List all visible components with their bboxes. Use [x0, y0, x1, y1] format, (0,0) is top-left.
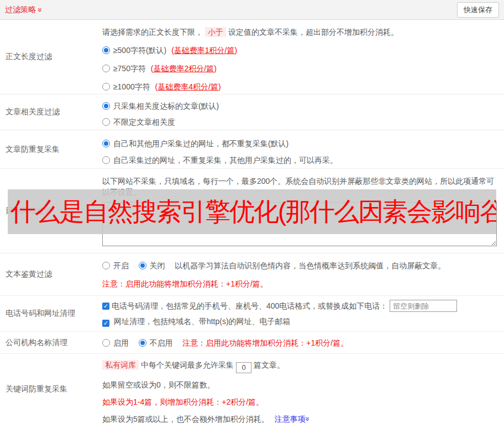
length-option-500: ≥500字符(默认) (基础费率1积分/篇)	[102, 45, 500, 56]
quick-save-button[interactable]: 快速保存	[457, 2, 499, 18]
option-label: 关闭	[150, 261, 165, 270]
header-bar: 过滤策略 » 快速保存	[0, 0, 504, 20]
option-label: 不限定文章相关度	[113, 118, 175, 126]
radio-relevance-strict[interactable]	[102, 102, 110, 110]
fee-note: (基础费率2积分/篇)	[151, 64, 217, 73]
section-label-keyword: 关键词防重复采集	[0, 354, 102, 424]
porn-desc: 以机器学习算法自动识别色情内容，当色情概率达到系统阈值，自动屏蔽文章。	[175, 261, 445, 270]
chevron-double-down-icon: »	[304, 417, 312, 421]
notes-link[interactable]: 注意事项»	[275, 415, 310, 423]
row-porn-filter: 文本鉴黄过滤 开启 关闭 以机器学习算法自动识别色情内容，当色情概率达到系统阈值…	[0, 253, 504, 296]
watermark-overlay: 什么是自然搜索引擎优化(那什么因素会影响谷	[8, 189, 496, 234]
company-cost-note: 注意：启用此功能将增加积分消耗：+1积分/篇。	[182, 338, 348, 347]
keyword-count-line: 私有词库中每个关键词最多允许采集篇文章。	[102, 359, 500, 373]
option-label: 不启用	[150, 338, 173, 347]
option-label: 启用	[113, 338, 129, 347]
length-option-750: ≥750字符 (基础费率2积分/篇)	[102, 63, 500, 74]
radio-dedup-self[interactable]	[102, 156, 110, 164]
section-label-relevance: 文章相关度过滤	[0, 94, 102, 130]
phone-clean-checkbox[interactable]	[102, 303, 109, 310]
row-phone-clean: 电话号码和网址清理 电话号码清理，包括常见的手机号、座机号、400电话格式，或替…	[0, 296, 504, 332]
watermark-text: 什么是自然搜索引擎优化(那什么因素会影响谷	[11, 195, 496, 229]
keyword-note-extra: 如果设为5篇或以上，也不会额外增加积分消耗。注意事项»	[102, 414, 500, 424]
radio-porn-off[interactable]	[139, 262, 146, 269]
radio-500-checked[interactable]	[102, 46, 110, 54]
radio-company-off[interactable]	[139, 339, 146, 347]
private-dict-badge: 私有词库	[102, 360, 139, 370]
porn-cost-note: 注意：启用此功能将增加积分消耗：+1积分/篇。	[102, 278, 500, 289]
row-relevance-filter: 文章相关度过滤 只采集相关度达标的文章(默认) 不限定文章相关度	[0, 94, 504, 130]
section-label-company: 公司机构名称清理	[0, 338, 102, 348]
url-clean-line: 网址清理，包括纯域名、带http(s)的网址、电子邮箱	[102, 316, 500, 327]
section-label-porn: 文本鉴黄过滤	[0, 253, 102, 295]
option-label: 开启	[113, 261, 129, 270]
radio-porn-on[interactable]	[102, 262, 110, 269]
fee-note: (基础费率1积分/篇)	[171, 46, 237, 55]
keyword-note-unlimited: 如果留空或设为0，则不限篇数。	[102, 379, 500, 390]
dedup-option-1: 自己和其他用户采集过的网址，都不重复采集(默认)	[102, 138, 500, 149]
radio-750[interactable]	[102, 65, 110, 72]
radio-1000[interactable]	[102, 83, 110, 91]
section-label-phone: 电话号码和网址清理	[0, 296, 102, 331]
option-label: 电话号码清理，包括常见的手机号、座机号、400电话格式，或替换成如下电话：	[112, 300, 387, 311]
length-intro: 请选择需求的正文长度下限，小于设定值的文章不采集，超出部分不增加积分消耗。	[102, 26, 500, 38]
radio-relevance-any[interactable]	[102, 118, 110, 126]
relevance-option-1: 只采集相关度达标的文章(默认)	[102, 100, 500, 112]
row-length-filter: 正文长度过滤 请选择需求的正文长度下限，小于设定值的文章不采集，超出部分不增加积…	[0, 20, 504, 94]
option-label: ≥500字符(默认)	[113, 46, 166, 55]
length-option-1000: ≥1000字符 (基础费率4积分/篇)	[102, 81, 500, 92]
phone-clean-line: 电话号码清理，包括常见的手机号、座机号、400电话格式，或替换成如下电话：	[102, 300, 500, 312]
phone-replace-input[interactable]	[390, 300, 457, 312]
less-than-badge: 小于	[205, 27, 226, 37]
section-label-dedup: 文章防重复采集	[0, 130, 102, 168]
option-label: 自己和其他用户采集过的网址，都不重复采集(默认)	[113, 139, 288, 148]
option-label: ≥750字符	[113, 64, 146, 73]
relevance-option-2: 不限定文章相关度	[102, 116, 500, 128]
row-company-clean: 公司机构名称清理 启用 不启用 注意：启用此功能将增加积分消耗：+1积分/篇。	[0, 332, 504, 354]
row-dedup-filter: 文章防重复采集 自己和其他用户采集过的网址，都不重复采集(默认) 自己采集过的网…	[0, 130, 504, 169]
keyword-cost-note: 如果设为1-4篇，则增加积分消耗：+2积分/篇。	[102, 396, 500, 407]
option-label: 自己采集过的网址，不重复采集，其他用户采集过的，可以再采。	[113, 156, 338, 165]
option-label: 网址清理，包括纯域名、带http(s)的网址、电子邮箱	[114, 317, 291, 326]
porn-options: 开启 关闭 以机器学习算法自动识别色情内容，当色情概率达到系统阈值，自动屏蔽文章…	[102, 260, 500, 271]
keyword-count-input[interactable]	[236, 362, 251, 373]
option-label: 只采集相关度达标的文章(默认)	[113, 102, 219, 110]
page-title[interactable]: 过滤策略 »	[5, 5, 43, 15]
fee-note: (基础费率4积分/篇)	[155, 82, 221, 91]
page-title-text: 过滤策略	[5, 5, 36, 15]
dedup-option-2: 自己采集过的网址，不重复采集，其他用户采集过的，可以再采。	[102, 155, 500, 166]
radio-company-on[interactable]	[102, 339, 110, 347]
row-keyword-dedup: 关键词防重复采集 私有词库中每个关键词最多允许采集篇文章。 如果留空或设为0，则…	[0, 354, 504, 424]
option-label: ≥1000字符	[113, 82, 150, 91]
radio-dedup-global[interactable]	[102, 140, 110, 147]
section-label-length: 正文长度过滤	[0, 20, 102, 94]
company-options: 启用 不启用 注意：启用此功能将增加积分消耗：+1积分/篇。	[102, 337, 500, 348]
filter-strategy-page: 过滤策略 » 快速保存 正文长度过滤 请选择需求的正文长度下限，小于设定值的文章…	[0, 0, 504, 424]
url-clean-checkbox[interactable]	[102, 320, 109, 327]
chevron-double-down-icon: »	[36, 8, 44, 12]
